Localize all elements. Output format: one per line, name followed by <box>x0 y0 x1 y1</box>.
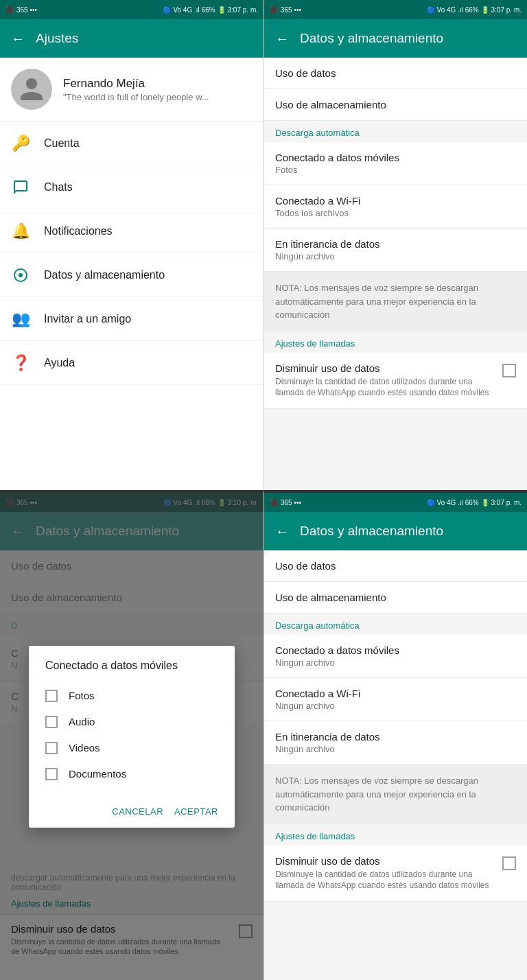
dialog-option-documentos[interactable]: Documentos <box>45 761 218 787</box>
wifi-title-2: Conectado a Wi-Fi <box>275 195 516 207</box>
wifi-title-4: Conectado a Wi-Fi <box>275 688 516 699</box>
settings-item-invitar[interactable]: 👥 Invitar a un amigo <box>0 297 264 341</box>
data-item-moviles-2[interactable]: Conectado a datos móviles Fotos <box>264 142 527 185</box>
calls-text-2: Disminuir uso de datos Disminuye la cant… <box>275 362 502 399</box>
data-item-uso-datos-4[interactable]: Uso de datos <box>264 550 527 582</box>
profile-info: Fernando Mejía "The world is full of lon… <box>63 77 253 102</box>
dialog-checkbox-fotos[interactable] <box>45 690 58 702</box>
data-item-moviles-4[interactable]: Conectado a datos móviles Ningún archivo <box>264 635 527 678</box>
status-icons-2: 🔵 Vo 4G .ıl 66% 🔋 <box>427 6 489 14</box>
data-item-uso-datos-2[interactable]: Uso de datos <box>264 58 527 89</box>
status-bar-right-4: 🔵 Vo 4G .ıl 66% 🔋 3:07 p. m. <box>427 499 522 506</box>
time-4: 3:07 p. m. <box>491 499 522 506</box>
data-header-4: ← Datos y almacenamiento <box>264 512 527 550</box>
data-item-roaming-2[interactable]: En itinerancia de datos Ningún archivo <box>264 229 527 272</box>
calls-checkbox-2[interactable] <box>502 364 516 377</box>
calls-item-4[interactable]: Disminuir uso de datos Disminuye la cant… <box>264 845 527 902</box>
bell-icon: 🔔 <box>11 222 30 241</box>
dialog-accept-button[interactable]: ACEPTAR <box>174 804 218 819</box>
battery-icon: 66% 🔋 <box>202 6 226 14</box>
status-bar-1: ⬛ 365 ••• 🔵 Vo 4G .ıl 66% 🔋 3:07 p. m. <box>0 0 264 19</box>
moviles-sub-4: Ningún archivo <box>275 657 516 668</box>
uso-datos-label-2: Uso de datos <box>275 67 516 79</box>
dialog-checkbox-documentos[interactable] <box>45 768 58 780</box>
settings-list: 🔑 Cuenta Chats 🔔 Notificaciones Datos y … <box>0 121 264 490</box>
calls-sub-4: Disminuye la cantidad de datos utilizado… <box>275 869 494 892</box>
settings-item-datos[interactable]: Datos y almacenamiento <box>0 253 264 297</box>
dialog-label-videos: Videos <box>69 742 100 754</box>
app-icon-1: ⬛ <box>5 6 14 14</box>
settings-label-invitar: Invitar a un amigo <box>44 313 131 325</box>
roaming-title-4: En itinerancia de datos <box>275 731 516 743</box>
settings-item-notificaciones[interactable]: 🔔 Notificaciones <box>0 209 264 253</box>
back-button-1[interactable]: ← <box>11 31 25 47</box>
dialog-checkbox-audio[interactable] <box>45 716 58 728</box>
data-list-4: Uso de datos Uso de almacenamiento Desca… <box>264 550 527 980</box>
dialog-overlay: Conectado a datos móviles Fotos Audio Vi… <box>0 493 264 980</box>
dialog-option-videos[interactable]: Videos <box>45 735 218 761</box>
note-box-2: NOTA: Los mensajes de voz siempre se des… <box>264 272 527 331</box>
wifi-sub-4: Ningún archivo <box>275 701 516 711</box>
data-icon <box>11 266 30 285</box>
roaming-sub-4: Ningún archivo <box>275 744 516 754</box>
settings-title: Ajustes <box>36 31 78 46</box>
screen-data-bottom-right: ⬛ 365 ••• 🔵 Vo 4G .ıl 66% 🔋 3:07 p. m. ←… <box>264 490 527 980</box>
svg-point-1 <box>19 273 23 277</box>
profile-section[interactable]: Fernando Mejía "The world is full of lon… <box>0 58 264 121</box>
dialog-actions: CANCELAR ACEPTAR <box>45 798 218 819</box>
auto-download-header-2: Descarga automática <box>264 121 527 142</box>
status-bar-2: ⬛ 365 ••• 🔵 Vo 4G .ıl 66% 🔋 3:07 p. m. <box>264 0 527 19</box>
calls-title-2: Disminuir uso de datos <box>275 362 494 374</box>
data-item-roaming-4[interactable]: En itinerancia de datos Ningún archivo <box>264 721 527 765</box>
status-icons-4: 🔵 Vo 4G .ıl 66% 🔋 <box>427 499 489 506</box>
moviles-title-2: Conectado a datos móviles <box>275 152 516 163</box>
back-button-4[interactable]: ← <box>275 524 289 539</box>
dialog-label-audio: Audio <box>69 716 95 727</box>
auto-download-header-4: Descarga automática <box>264 614 527 635</box>
dialog-label-fotos: Fotos <box>69 690 95 701</box>
dialog-checkbox-videos[interactable] <box>45 742 58 754</box>
dialog-option-fotos[interactable]: Fotos <box>45 683 218 709</box>
data-item-wifi-4[interactable]: Conectado a Wi-Fi Ningún archivo <box>264 678 527 721</box>
app-icon-4: ⬛ <box>270 499 278 506</box>
calls-checkbox-4[interactable] <box>502 856 516 870</box>
roaming-title-2: En itinerancia de datos <box>275 238 516 250</box>
screen-data-top-right: ⬛ 365 ••• 🔵 Vo 4G .ıl 66% 🔋 3:07 p. m. ←… <box>264 0 527 490</box>
settings-item-ayuda[interactable]: ❓ Ayuda <box>0 341 264 385</box>
time-1: 3:07 p. m. <box>228 6 258 14</box>
bluetooth-icon: 🔵 <box>163 6 171 14</box>
data-item-almacenamiento-4[interactable]: Uso de almacenamiento <box>264 582 527 614</box>
data-title-4: Datos y almacenamiento <box>300 524 443 539</box>
dialog-title: Conectado a datos móviles <box>45 660 218 672</box>
settings-label-datos: Datos y almacenamiento <box>44 269 165 281</box>
settings-label-cuenta: Cuenta <box>44 137 80 150</box>
status-bar-left-1: ⬛ 365 ••• <box>5 6 37 14</box>
calls-header-4: Ajustes de llamadas <box>264 824 527 845</box>
dialog-box: Conectado a datos móviles Fotos Audio Vi… <box>29 646 235 828</box>
data-item-wifi-2[interactable]: Conectado a Wi-Fi Todos los archivos <box>264 185 527 229</box>
back-button-2[interactable]: ← <box>275 31 289 47</box>
data-header-2: ← Datos y almacenamiento <box>264 19 527 58</box>
uso-datos-label-4: Uso de datos <box>275 560 516 572</box>
roaming-sub-2: Ningún archivo <box>275 251 516 261</box>
data-title-2: Datos y almacenamiento <box>300 31 443 46</box>
data-item-almacenamiento-2[interactable]: Uso de almacenamiento <box>264 89 527 121</box>
signal-icons: Vo 4G .ıl <box>173 6 199 14</box>
avatar <box>11 69 52 110</box>
dialog-label-documentos: Documentos <box>69 768 126 780</box>
calls-header-2: Ajustes de llamadas <box>264 331 527 353</box>
people-icon: 👥 <box>11 310 30 329</box>
chat-icon <box>11 178 30 197</box>
dialog-cancel-button[interactable]: CANCELAR <box>112 804 163 819</box>
settings-item-cuenta[interactable]: 🔑 Cuenta <box>0 121 264 165</box>
calls-item-2[interactable]: Disminuir uso de datos Disminuye la cant… <box>264 353 527 410</box>
dialog-option-audio[interactable]: Audio <box>45 709 218 735</box>
note-box-4: NOTA: Los mensajes de voz siempre se des… <box>264 765 527 824</box>
calls-title-4: Disminuir uso de datos <box>275 855 494 867</box>
screen-data-dialog: ⬛ 365 ••• 🔵 Vo 4G .ıl 66% 🔋 3:10 p. m. ←… <box>0 490 264 980</box>
app-icon-2: ⬛ <box>270 6 278 14</box>
wifi-sub-2: Todos los archivos <box>275 208 516 218</box>
status-bar-left-4: ⬛ 365 ••• <box>270 499 301 506</box>
status-bar-left-2: ⬛ 365 ••• <box>270 6 301 14</box>
settings-item-chats[interactable]: Chats <box>0 165 264 209</box>
